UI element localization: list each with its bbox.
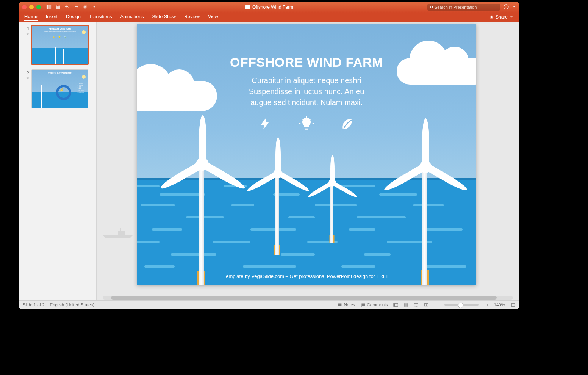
- horizontal-scrollbar[interactable]: [97, 295, 519, 300]
- svg-rect-1: [48, 5, 51, 9]
- svg-rect-0: [47, 5, 48, 9]
- svg-rect-15: [406, 303, 408, 304]
- svg-point-9: [491, 16, 492, 17]
- slide-icon-row: [137, 116, 476, 131]
- sorter-view-button[interactable]: [403, 303, 408, 308]
- search-input[interactable]: [434, 5, 498, 10]
- thumbnail-slide-2[interactable]: YOUR SLIDE TITLE HERE ⚡ 1 · LOREM2 · IPS…: [31, 69, 88, 108]
- animation-indicator-icon: ★: [21, 77, 30, 80]
- bolt-icon: [258, 116, 273, 131]
- comments-toggle[interactable]: Comments: [361, 303, 388, 308]
- slide-body-line: Suspendisse in luctus nunc. An eu: [137, 86, 476, 97]
- slide-body-line: augue sed tincidunt. Nulam maxi.: [137, 97, 476, 108]
- share-label: Share: [496, 14, 508, 20]
- svg-point-6: [504, 5, 508, 9]
- scrollbar-handle[interactable]: [111, 296, 497, 300]
- ribbon: Home Insert Design Transitions Animation…: [19, 13, 519, 22]
- outline-view-icon[interactable]: [46, 4, 52, 11]
- tab-insert[interactable]: Insert: [46, 13, 58, 21]
- tab-animations[interactable]: Animations: [120, 13, 144, 21]
- close-window-button[interactable]: [22, 5, 27, 9]
- tab-review[interactable]: Review: [184, 13, 200, 21]
- svg-rect-13: [394, 303, 395, 306]
- animation-indicator-icon: ★: [21, 33, 30, 36]
- undo-icon[interactable]: [64, 4, 70, 11]
- app-window: Offshore Wind Farm Home Insert Design Tr…: [19, 2, 519, 309]
- svg-rect-11: [120, 228, 121, 231]
- slide-credit: Template by VegaSlide.com – Get professi…: [137, 273, 476, 279]
- share-button[interactable]: Share: [489, 14, 514, 20]
- language-status[interactable]: English (United States): [50, 303, 95, 307]
- search-icon: [430, 5, 434, 9]
- document-title: Offshore Wind Farm: [245, 5, 293, 10]
- slide-body[interactable]: Curabitur in aliquet neque neshri Suspen…: [137, 75, 476, 108]
- save-icon[interactable]: [55, 4, 61, 11]
- mini-title-2: YOUR SLIDE TITLE HERE: [32, 72, 88, 74]
- fit-to-window-button[interactable]: [510, 303, 515, 308]
- feedback-icon[interactable]: [503, 4, 509, 11]
- thumbnail-row: 2 ★ YOUR SLIDE TITLE HERE ⚡ 1 · LOREM2 ·…: [21, 69, 94, 108]
- wind-turbine: [163, 122, 239, 285]
- wind-turbine: [387, 126, 463, 285]
- thumbnails-panel[interactable]: 1 ★ OFFSHORE WIND FARM Curabitur in aliq…: [19, 22, 97, 300]
- zoom-value[interactable]: 140%: [494, 303, 505, 307]
- svg-point-7: [505, 6, 506, 6]
- tab-design[interactable]: Design: [66, 13, 81, 21]
- slide-text-block[interactable]: OFFSHORE WIND FARM Curabitur in aliquet …: [137, 55, 476, 131]
- zoom-in-button[interactable]: +: [486, 303, 489, 307]
- redo-icon[interactable]: [74, 4, 79, 11]
- tab-home[interactable]: Home: [24, 13, 38, 21]
- thumbnail-number: 2: [21, 70, 30, 75]
- tab-transitions[interactable]: Transitions: [89, 13, 112, 21]
- slide-title[interactable]: OFFSHORE WIND FARM: [137, 55, 476, 70]
- fullscreen-window-button[interactable]: [36, 5, 41, 9]
- tab-view[interactable]: View: [208, 13, 218, 21]
- window-controls: [22, 5, 41, 9]
- powerpoint-icon: [245, 5, 250, 10]
- mini-title: OFFSHORE WIND FARM: [32, 28, 88, 30]
- lightbulb-icon: [299, 116, 314, 131]
- wind-turbine: [307, 179, 357, 285]
- zoom-slider[interactable]: [444, 304, 479, 306]
- decoration-boat: [102, 228, 136, 239]
- tab-slide-show[interactable]: Slide Show: [152, 13, 176, 21]
- comments-label: Comments: [367, 303, 388, 307]
- zoom-out-button[interactable]: −: [434, 303, 437, 307]
- chevron-down-icon[interactable]: [512, 5, 516, 10]
- quick-access-toolbar: [46, 4, 97, 11]
- svg-rect-4: [245, 5, 250, 9]
- svg-point-5: [430, 6, 433, 8]
- slideshow-view-button[interactable]: [424, 303, 429, 308]
- wind-turbine: [247, 164, 307, 285]
- svg-rect-18: [414, 303, 418, 306]
- body: 1 ★ OFFSHORE WIND FARM Curabitur in aliq…: [19, 22, 519, 300]
- mini-body: Curabitur in aliquet neque neshri Suspen…: [39, 31, 81, 33]
- qat-more-icon[interactable]: [92, 4, 97, 11]
- status-bar: Slide 1 of 2 English (United States) Not…: [19, 300, 519, 309]
- start-show-icon[interactable]: [83, 4, 88, 11]
- svg-rect-19: [416, 306, 417, 307]
- minimize-window-button[interactable]: [29, 5, 34, 9]
- thumbnail-row: 1 ★ OFFSHORE WIND FARM Curabitur in aliq…: [21, 25, 94, 64]
- svg-rect-14: [404, 303, 406, 304]
- thumbnail-slide-1[interactable]: OFFSHORE WIND FARM Curabitur in aliquet …: [31, 25, 88, 64]
- reading-view-button[interactable]: [414, 303, 419, 308]
- svg-rect-2: [57, 5, 59, 6]
- zoom-slider-knob[interactable]: [458, 303, 463, 308]
- notes-label: Notes: [344, 303, 355, 307]
- svg-rect-17: [406, 305, 408, 306]
- slide-info[interactable]: Slide 1 of 2: [23, 303, 45, 307]
- leaf-icon: [340, 116, 355, 131]
- notes-toggle[interactable]: Notes: [337, 303, 355, 308]
- slide-editor[interactable]: OFFSHORE WIND FARM Curabitur in aliquet …: [97, 22, 519, 300]
- slide-canvas[interactable]: OFFSHORE WIND FARM Curabitur in aliquet …: [137, 24, 476, 285]
- search-input-wrap[interactable]: [427, 4, 500, 11]
- svg-rect-10: [118, 231, 125, 235]
- slide-body-line: Curabitur in aliquet neque neshri: [137, 75, 476, 86]
- document-title-text: Offshore Wind Farm: [252, 5, 293, 10]
- svg-rect-16: [404, 305, 406, 306]
- normal-view-button[interactable]: [393, 303, 398, 308]
- thumbnail-number: 1: [21, 26, 30, 31]
- title-bar: Offshore Wind Farm: [19, 2, 519, 13]
- svg-rect-21: [511, 303, 515, 306]
